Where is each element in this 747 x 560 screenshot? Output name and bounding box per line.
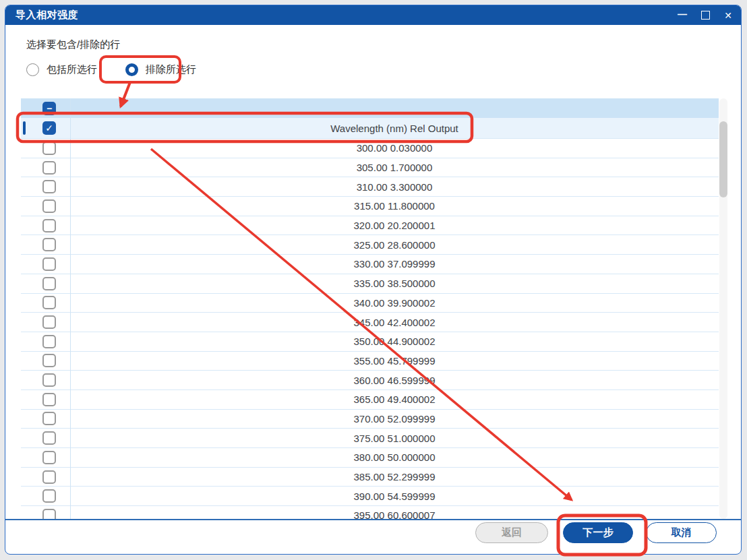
row-checkbox[interactable] — [42, 451, 56, 464]
row-checkbox[interactable] — [42, 373, 56, 387]
row-value: 355.00 45.799999 — [21, 355, 719, 367]
table-row[interactable]: 390.00 54.599999 — [21, 487, 719, 506]
row-value: 315.00 11.800000 — [21, 200, 719, 212]
select-all-checkbox[interactable]: − — [42, 102, 56, 115]
row-value: 390.00 54.599999 — [21, 491, 719, 502]
row-value: 350.00 44.900002 — [21, 336, 719, 347]
row-checkbox[interactable] — [42, 315, 56, 329]
table-row[interactable]: 370.00 52.099999 — [21, 410, 719, 429]
row-selection-indicator — [23, 121, 26, 135]
row-checkbox[interactable] — [42, 161, 56, 175]
row-checkbox[interactable] — [42, 142, 56, 155]
dialog-title: 导入相对强度 — [5, 9, 78, 22]
table-row[interactable]: 310.00 3.300000 — [21, 177, 719, 197]
row-checkbox[interactable] — [42, 219, 56, 232]
radio-include-rows[interactable]: 包括所选行 — [26, 63, 97, 76]
row-checkbox[interactable] — [42, 354, 56, 367]
table-row[interactable]: 355.00 45.799999 — [21, 352, 719, 371]
cancel-button[interactable]: 取消 — [646, 522, 717, 543]
table-body: 300.00 0.030000305.00 1.700000310.00 3.3… — [21, 139, 719, 520]
rows-table: − ✓ Wavelength (nm) Rel Output 300.00 0.… — [21, 98, 719, 520]
table-row[interactable]: 330.00 37.099999 — [21, 255, 719, 274]
table-row[interactable]: 385.00 52.299999 — [21, 468, 719, 487]
row-checkbox[interactable] — [42, 277, 56, 290]
table-row[interactable]: 305.00 1.700000 — [21, 158, 719, 178]
radio-include-label: 包括所选行 — [47, 63, 97, 76]
row-checkbox[interactable] — [42, 335, 56, 348]
row-value: 335.00 38.500000 — [21, 278, 719, 289]
table-row[interactable]: 335.00 38.500000 — [21, 274, 719, 294]
radio-unselected-icon — [26, 63, 39, 76]
radio-selected-icon — [125, 63, 138, 76]
maximize-button[interactable] — [694, 5, 717, 25]
table-row[interactable]: 315.00 11.800000 — [21, 197, 719, 216]
row-value: 345.00 42.400002 — [21, 317, 719, 328]
radio-exclude-label: 排除所选行 — [146, 63, 196, 76]
back-button[interactable]: 返回 — [475, 522, 548, 543]
table-row[interactable]: 340.00 39.900002 — [21, 294, 719, 313]
row-value: 380.00 50.000000 — [21, 452, 719, 463]
close-icon: ✕ — [724, 10, 732, 21]
row-value: 330.00 37.099999 — [21, 258, 719, 270]
row-value: 360.00 46.599999 — [21, 375, 719, 386]
table-scrollbar[interactable] — [719, 98, 727, 519]
scrollbar-thumb[interactable] — [719, 121, 727, 197]
radio-exclude-rows[interactable]: 排除所选行 — [125, 63, 196, 76]
row-value: 365.00 49.400002 — [21, 394, 719, 405]
table-row[interactable]: 320.00 20.200001 — [21, 216, 719, 236]
row-value: 320.00 20.200001 — [21, 220, 719, 231]
row-checkbox[interactable] — [42, 393, 56, 406]
row-checkbox[interactable] — [42, 238, 56, 251]
row-checkbox[interactable] — [42, 257, 56, 271]
table-row[interactable]: 325.00 28.600000 — [21, 235, 719, 255]
minimize-button[interactable]: — — [671, 5, 694, 25]
table-row[interactable]: 365.00 49.400002 — [21, 390, 719, 410]
table-row[interactable]: 350.00 44.900002 — [21, 332, 719, 352]
title-bar: 导入相对强度 — ✕ — [5, 5, 741, 25]
row-checkbox[interactable] — [42, 489, 56, 503]
close-button[interactable]: ✕ — [717, 5, 740, 25]
row-checkbox[interactable] — [42, 180, 56, 193]
header-row-checkbox[interactable]: ✓ — [42, 121, 56, 135]
table-row[interactable]: 380.00 50.000000 — [21, 448, 719, 468]
table-select-all-row: − — [21, 98, 719, 118]
next-button[interactable]: 下一步 — [563, 522, 633, 543]
maximize-icon — [701, 11, 710, 20]
row-value: 370.00 52.099999 — [21, 413, 719, 425]
row-checkbox[interactable] — [42, 431, 56, 445]
row-value: 375.00 51.000000 — [21, 433, 719, 444]
footer-divider — [5, 519, 741, 520]
import-dialog: 导入相对强度 — ✕ 选择要包含/排除的行 包括所选行 排除所选行 − ✓ Wa… — [5, 5, 742, 555]
row-checkbox[interactable] — [42, 412, 56, 425]
header-row-label: Wavelength (nm) Rel Output — [21, 123, 719, 134]
row-value: 385.00 52.299999 — [21, 471, 719, 483]
minimize-icon: — — [678, 9, 687, 20]
selection-section-label: 选择要包含/排除的行 — [26, 38, 120, 51]
row-checkbox[interactable] — [42, 470, 56, 484]
row-value: 300.00 0.030000 — [21, 142, 719, 154]
table-row[interactable]: 360.00 46.599999 — [21, 371, 719, 390]
radio-group: 包括所选行 排除所选行 — [26, 63, 225, 76]
row-value: 305.00 1.700000 — [21, 162, 719, 173]
column-divider — [70, 98, 71, 520]
table-row[interactable]: 345.00 42.400002 — [21, 313, 719, 332]
row-value: 310.00 3.300000 — [21, 181, 719, 193]
row-value: 325.00 28.600000 — [21, 239, 719, 251]
table-row[interactable]: 300.00 0.030000 — [21, 139, 719, 158]
row-value: 340.00 39.900002 — [21, 297, 719, 309]
table-row[interactable]: 375.00 51.000000 — [21, 429, 719, 448]
table-row[interactable]: 395.00 60.600007 — [21, 506, 719, 520]
window-controls: — ✕ — [671, 5, 740, 25]
table-header-row[interactable]: ✓ Wavelength (nm) Rel Output — [21, 118, 719, 139]
row-checkbox[interactable] — [42, 296, 56, 309]
row-value: 395.00 60.600007 — [21, 509, 719, 520]
row-checkbox[interactable] — [42, 199, 56, 213]
row-checkbox[interactable] — [42, 509, 56, 520]
